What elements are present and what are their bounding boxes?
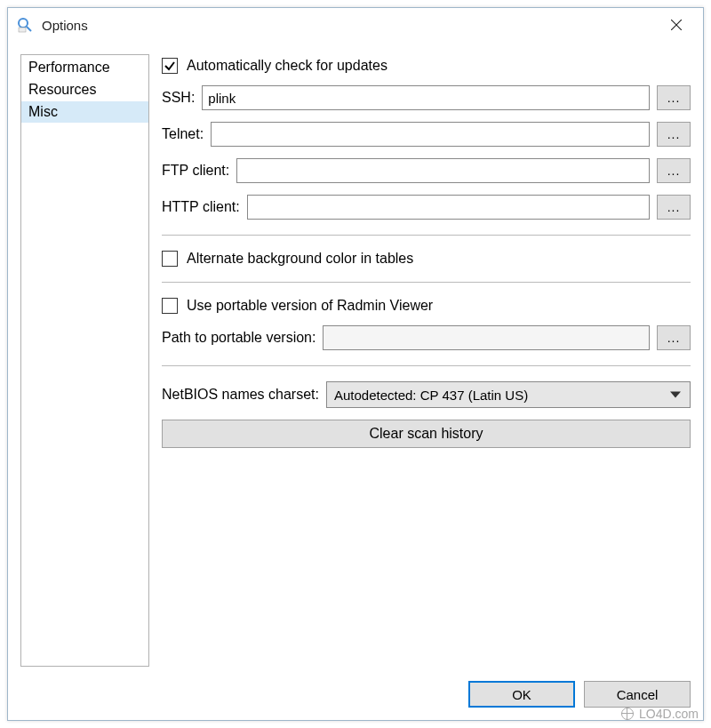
portable-path-row: Path to portable version: ... <box>162 325 691 350</box>
options-dialog: Options Performance Resources Misc <box>7 7 704 721</box>
close-button[interactable] <box>659 12 694 38</box>
titlebar: Options <box>8 8 703 42</box>
telnet-browse-button[interactable]: ... <box>657 122 691 147</box>
check-icon <box>164 60 176 72</box>
ftp-browse-button[interactable]: ... <box>657 158 691 183</box>
svg-line-1 <box>27 27 31 31</box>
separator <box>162 365 691 366</box>
portable-path-label: Path to portable version: <box>162 330 316 346</box>
http-browse-button[interactable]: ... <box>657 195 691 220</box>
sidebar-item-performance[interactable]: Performance <box>21 57 148 79</box>
portable-path-browse-button[interactable]: ... <box>657 325 691 350</box>
netbios-row: NetBIOS names charset: Autodetected: CP … <box>162 381 691 408</box>
separator <box>162 282 691 283</box>
auto-update-label: Automatically check for updates <box>187 58 387 74</box>
window-title: Options <box>42 18 659 33</box>
ok-button[interactable]: OK <box>468 681 575 708</box>
http-label: HTTP client: <box>162 199 240 215</box>
telnet-input[interactable] <box>211 122 650 147</box>
portable-path-input <box>323 325 650 350</box>
alt-bg-row: Alternate background color in tables <box>162 251 691 267</box>
dialog-footer: OK Cancel <box>20 667 691 708</box>
http-row: HTTP client: ... <box>162 195 691 220</box>
close-icon <box>671 20 682 30</box>
ssh-row: SSH: ... <box>162 85 691 110</box>
netbios-value: Autodetected: CP 437 (Latin US) <box>334 388 528 403</box>
alt-bg-checkbox[interactable] <box>162 251 178 267</box>
ftp-label: FTP client: <box>162 163 229 179</box>
app-icon <box>17 17 33 33</box>
sidebar-item-resources[interactable]: Resources <box>21 79 148 101</box>
telnet-row: Telnet: ... <box>162 122 691 147</box>
clear-history-button[interactable]: Clear scan history <box>162 420 691 448</box>
sidebar-item-misc[interactable]: Misc <box>21 101 148 124</box>
netbios-label: NetBIOS names charset: <box>162 387 319 403</box>
dialog-body: Performance Resources Misc Automatically… <box>20 54 691 667</box>
misc-panel: Automatically check for updates SSH: ...… <box>162 54 691 667</box>
svg-rect-2 <box>19 28 26 32</box>
auto-update-row: Automatically check for updates <box>162 58 691 74</box>
ssh-label: SSH: <box>162 90 195 106</box>
category-list[interactable]: Performance Resources Misc <box>20 54 149 667</box>
cancel-button[interactable]: Cancel <box>584 681 691 708</box>
svg-point-0 <box>19 19 28 28</box>
http-input[interactable] <box>247 195 650 220</box>
portable-checkbox[interactable] <box>162 298 178 314</box>
ssh-input[interactable] <box>202 85 650 110</box>
telnet-label: Telnet: <box>162 126 204 142</box>
netbios-combo[interactable]: Autodetected: CP 437 (Latin US) <box>326 381 691 408</box>
portable-row: Use portable version of Radmin Viewer <box>162 298 691 314</box>
alt-bg-label: Alternate background color in tables <box>187 251 413 267</box>
auto-update-checkbox[interactable] <box>162 58 178 74</box>
ftp-row: FTP client: ... <box>162 158 691 183</box>
ssh-browse-button[interactable]: ... <box>657 85 691 110</box>
separator <box>162 235 691 236</box>
ftp-input[interactable] <box>236 158 650 183</box>
portable-label: Use portable version of Radmin Viewer <box>187 298 433 314</box>
client-area: Performance Resources Misc Automatically… <box>8 42 703 720</box>
clear-history-row: Clear scan history <box>162 420 691 448</box>
